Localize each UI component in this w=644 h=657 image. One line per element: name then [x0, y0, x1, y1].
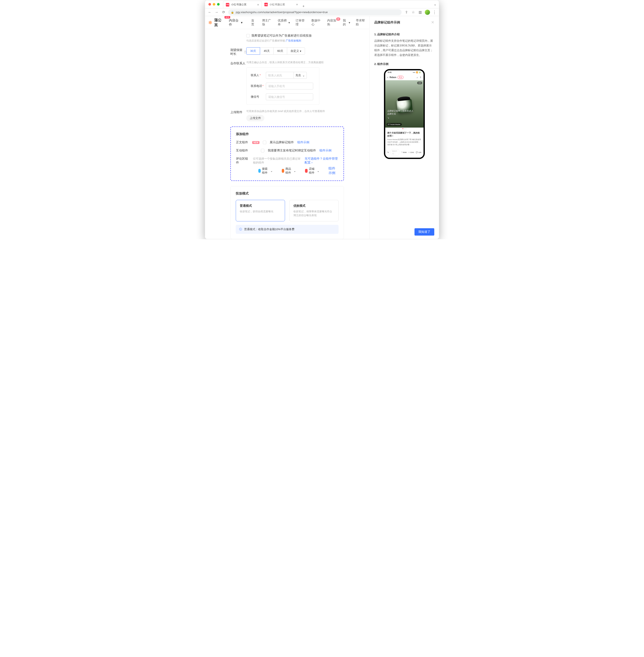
nav-blogger-square[interactable]: 博主广场	[262, 19, 272, 26]
delivery-info: ⓘ 普通模式：收取合作金额10%平台服务费	[236, 225, 339, 234]
phone-time: 9:41	[388, 71, 392, 73]
chevron-down-icon: ▾	[349, 21, 350, 24]
retain-45[interactable]: 45天	[260, 47, 274, 55]
chevron-down-icon: ⌄	[317, 169, 319, 173]
chevron-down-icon: ▾	[241, 21, 243, 24]
back-icon[interactable]: ←	[208, 10, 212, 14]
tabs-overflow-icon[interactable]: ⌄	[434, 2, 439, 6]
contact-phone-input[interactable]	[266, 83, 313, 90]
bind-interact-label: 我需要博主发布笔记时绑定互动组件	[268, 149, 316, 153]
browser-tab-2[interactable]: 小红 小红书蒲公英 ×	[262, 1, 300, 8]
product-chip-icon	[282, 169, 284, 173]
retain-60[interactable]: 60天	[273, 47, 287, 55]
retain-label: 期望保留时长?	[230, 47, 246, 56]
product-component-chip[interactable]: 商品组件⌄	[282, 167, 296, 175]
help-icon[interactable]: ?	[244, 50, 247, 53]
url-input[interactable]: 🔒 pgy.xiaohongshu.com/solar/advertiser/p…	[228, 9, 401, 15]
upload-file-button[interactable]: 上传文件	[246, 115, 264, 121]
chevron-down-icon: ⌄	[302, 74, 305, 77]
favicon-icon: 小红	[264, 3, 268, 6]
brand-tag: 🏷Facial Master	[387, 123, 402, 126]
close-icon[interactable]: ×	[296, 3, 298, 6]
panel-section-2-title: 2. 组件示例	[374, 62, 434, 66]
more-icon[interactable]: ⋮	[433, 10, 436, 15]
mode-effective[interactable]: 优效模式 收获笔记，保障整体流量曝光符合博主的综合曝光表现	[289, 200, 339, 221]
phone-mockup: 9:41 ••••📶🔋 ‹ Rebon 关注 ⌕⇧ 1/3 品牌标记组件，点击后…	[384, 69, 425, 159]
favicon-icon: 小红	[226, 3, 229, 6]
stars-stat: ☆ 2241	[408, 152, 414, 153]
close-icon[interactable]: ×	[257, 3, 259, 6]
section-dropdown[interactable]: 内容合作 ▾	[229, 19, 243, 27]
phone-comment-input: 说点什么…	[391, 149, 399, 156]
tab-title: 小红书蒲公英	[231, 3, 247, 6]
show-brand-mark-label: 展示品牌标记组件	[270, 140, 294, 144]
retain-custom[interactable]: 自定义 ▾	[287, 47, 305, 55]
search-component-chip[interactable]: 搜索组件⌄	[258, 167, 273, 175]
contact-name-input[interactable]	[266, 72, 294, 79]
nav-help[interactable]: 寻求帮助	[356, 19, 366, 26]
nav-mine[interactable]: 我的 ▾	[343, 19, 350, 26]
nav-quality-list[interactable]: 优质榜单 ▾	[278, 19, 290, 26]
new-badge: NEW	[252, 141, 259, 144]
ad-material-label: 我希望该笔记可以作为广告素材进行后续投放	[251, 34, 312, 38]
salutation-select[interactable]: 先生⌄	[294, 72, 307, 79]
nav-order-manage[interactable]: 订单管理	[296, 19, 306, 26]
nav-home[interactable]: 首页	[251, 19, 256, 26]
panel-confirm-button[interactable]: 我知道了	[414, 228, 434, 235]
lock-icon: 🔒	[231, 11, 234, 14]
bind-interact-checkbox[interactable]	[261, 149, 264, 152]
search-icon: ⌕	[417, 76, 418, 78]
window-controls[interactable]	[205, 3, 223, 6]
share-icon[interactable]: ⇪	[404, 10, 409, 14]
contact-name-label: 联系人*	[251, 73, 266, 77]
ad-rules-link[interactable]: 广告投放规则	[286, 39, 301, 42]
browser-tab-1[interactable]: 小红 小红书蒲公英 ×	[223, 1, 262, 8]
reading-list-icon[interactable]: ▥	[418, 10, 422, 14]
contact-wechat-input[interactable]	[266, 93, 313, 100]
reload-icon[interactable]: ⟳	[221, 10, 226, 14]
contact-wechat-label: 微信号	[251, 95, 266, 99]
components-title: 添加组件	[236, 132, 338, 136]
address-bar: ← → ⟳ 🔒 pgy.xiaohongshu.com/solar/advert…	[205, 8, 439, 16]
mode-name: 优效模式	[293, 204, 335, 208]
new-badge: 新	[336, 18, 340, 21]
chevron-down-icon: ⌄	[270, 169, 273, 173]
contact-phone-label: 联系电话*	[251, 84, 266, 88]
phone-back-icon: ‹	[387, 75, 389, 79]
interact-example-link[interactable]: 组件示例	[319, 149, 331, 153]
phone-follow-button: 关注	[397, 76, 404, 79]
comments-stat: 💬 120	[416, 152, 421, 153]
brand-version-badge: v2.0	[225, 16, 230, 19]
nav-data-center[interactable]: 数据中心	[312, 19, 322, 26]
components-card: 添加组件 正文组件 NEW 展示品牌标记组件 组件示例 互动组件 我需要博主发布…	[230, 127, 344, 181]
interact-comp-label: 互动组件	[236, 149, 249, 153]
shop-component-chip[interactable]: 店铺组件⌄	[305, 167, 319, 175]
app-header: ❇︎ 蒲公英v2.0 内容合作 ▾ 首页 博主广场 优质榜单 ▾ 订单管理 数据…	[205, 16, 369, 29]
comment-comp-label: 评论区组件	[236, 157, 250, 164]
ad-material-checkbox[interactable]	[246, 34, 250, 38]
star-icon[interactable]: ☆	[411, 10, 415, 14]
nav-content-heat[interactable]: 内容加热新	[327, 19, 337, 26]
brand-name: 蒲公英v2.0	[214, 18, 224, 27]
contact-section-label: 合作联系人	[230, 61, 246, 65]
brand-logo-icon: ❇︎	[208, 20, 212, 25]
attach-hint: 可用来添加品牌合作相关的 brief 或其他所需文件，合作人可查看附件	[246, 110, 344, 113]
mode-desc: 收获笔记，保障整体流量曝光符合博主的综合曝光表现	[293, 209, 335, 217]
forward-icon[interactable]: →	[214, 10, 219, 14]
show-brand-mark-checkbox[interactable]	[263, 141, 266, 144]
url-text: pgy.xiaohongshu.com/solar/advertiser/pro…	[236, 10, 328, 14]
pen-icon: ✎	[387, 152, 389, 153]
comment-config-link[interactable]: 无可选组件？去组件管理配置 ›	[304, 157, 338, 164]
comment-example-link[interactable]: 组件示例	[328, 166, 338, 175]
mode-normal[interactable]: 普通模式 收获笔记，获得自然流量曝光	[236, 200, 285, 221]
panel-close-icon[interactable]: ✕	[431, 20, 434, 25]
mode-name: 普通模式	[240, 204, 281, 208]
body-example-link[interactable]: 组件示例	[297, 140, 309, 144]
retain-30[interactable]: 30天	[246, 47, 260, 55]
new-tab-button[interactable]: +	[300, 4, 306, 8]
profile-avatar[interactable]	[425, 10, 430, 15]
attach-label: 上传附件	[230, 110, 246, 114]
panel-section-1-text: 品牌标记组件支持合作笔记的笔记详情页内，展示品牌标记，标记展示时长为5秒。若选择…	[374, 39, 434, 58]
chevron-down-icon: ⌄	[294, 169, 296, 173]
example-side-panel: 品牌标记组件示例 ✕ 1. 品牌标记组件介绍 品牌标记组件支持合作笔记的笔记详情…	[369, 16, 439, 239]
